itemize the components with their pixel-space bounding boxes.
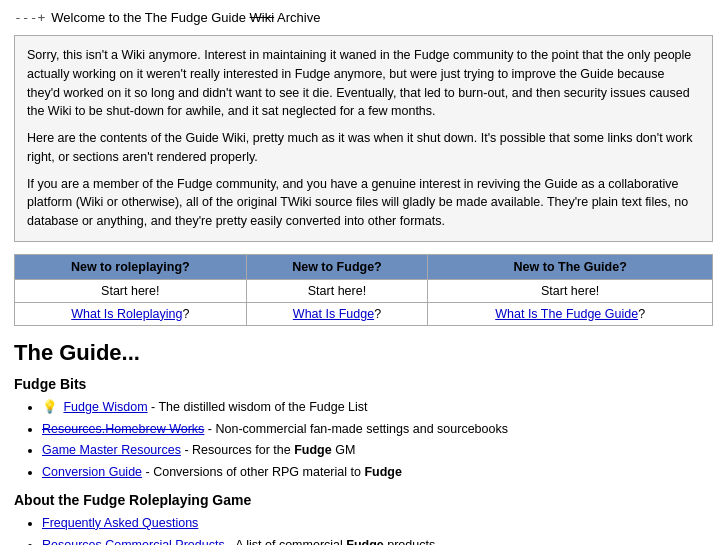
wiki-strikethrough: Wiki <box>250 10 275 25</box>
link-cell-roleplaying[interactable]: What Is Roleplaying? <box>15 302 247 325</box>
what-is-roleplaying-link[interactable]: What Is Roleplaying <box>71 307 182 321</box>
start-cell-1: Start here! <box>15 279 247 302</box>
list-item-homebrew: Resources.Homebrew Works - Non-commercia… <box>42 420 713 439</box>
homebrew-works-link[interactable]: Resources.Homebrew Works <box>42 422 204 436</box>
list-item-conversion: Conversion Guide - Conversions of other … <box>42 463 713 482</box>
col-header-guide: New to The Guide? <box>428 254 713 279</box>
section-fudge-bits-title: Fudge Bits <box>14 376 713 392</box>
fudge-bits-list: 💡 Fudge Wisdom - The distilled wisdom of… <box>14 398 713 482</box>
list-item-wisdom: 💡 Fudge Wisdom - The distilled wisdom of… <box>42 398 713 417</box>
what-is-fudge-link[interactable]: What Is Fudge <box>293 307 374 321</box>
start-cell-3: Start here! <box>428 279 713 302</box>
notice-paragraph-1: Sorry, this isn't a Wiki anymore. Intere… <box>27 46 700 121</box>
start-cell-2: Start here! <box>246 279 428 302</box>
link-cell-guide[interactable]: What Is The Fudge Guide? <box>428 302 713 325</box>
commercial-products-link[interactable]: Resources Commercial Products <box>42 538 225 546</box>
what-is-guide-link[interactable]: What Is The Fudge Guide <box>495 307 638 321</box>
notice-box: Sorry, this isn't a Wiki anymore. Intere… <box>14 35 713 242</box>
header-title: Welcome to the The Fudge Guide Wiki Arch… <box>51 10 320 25</box>
faq-link[interactable]: Frequently Asked Questions <box>42 516 198 530</box>
link-cell-fudge[interactable]: What Is Fudge? <box>246 302 428 325</box>
about-fudge-list: Frequently Asked Questions Resources Com… <box>14 514 713 545</box>
gm-resources-link[interactable]: Game Master Resources <box>42 443 181 457</box>
conversion-guide-link[interactable]: Conversion Guide <box>42 465 142 479</box>
notice-paragraph-2: Here are the contents of the Guide Wiki,… <box>27 129 700 167</box>
notice-paragraph-3: If you are a member of the Fudge communi… <box>27 175 700 231</box>
guide-title: The Guide... <box>14 340 713 366</box>
guide-section: The Guide... Fudge Bits 💡 Fudge Wisdom -… <box>14 340 713 545</box>
col-header-roleplaying: New to roleplaying? <box>15 254 247 279</box>
header-arrow: ---+ <box>14 10 45 25</box>
list-item-faq: Frequently Asked Questions <box>42 514 713 533</box>
list-item-commercial-products: Resources Commercial Products - A list o… <box>42 536 713 546</box>
list-item-gm-resources: Game Master Resources - Resources for th… <box>42 441 713 460</box>
bulb-icon: 💡 <box>42 400 58 414</box>
intro-table: New to roleplaying? New to Fudge? New to… <box>14 254 713 326</box>
section-about-fudge-title: About the Fudge Roleplaying Game <box>14 492 713 508</box>
page-header: ---+ Welcome to the The Fudge Guide Wiki… <box>14 10 713 25</box>
col-header-fudge: New to Fudge? <box>246 254 428 279</box>
fudge-wisdom-link[interactable]: Fudge Wisdom <box>63 400 147 414</box>
